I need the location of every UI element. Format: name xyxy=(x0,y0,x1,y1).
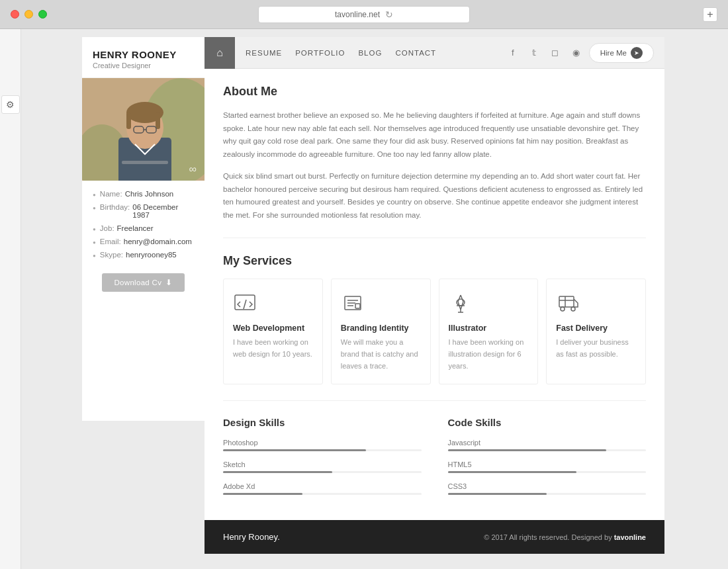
nav-portfolio[interactable]: PORTFOLIO xyxy=(295,46,345,60)
skill-adobexd-label: Adobe Xd xyxy=(223,482,422,490)
titlebar: tavonline.net ↻ + xyxy=(0,0,728,29)
window-controls xyxy=(11,10,47,19)
skill-html5: HTML5 xyxy=(448,460,647,473)
brand-name: Branding Identity xyxy=(341,324,421,333)
twitter-icon[interactable]: 𝕥 xyxy=(527,46,541,60)
minimize-button[interactable] xyxy=(24,10,33,19)
illustrator-name: Illustrator xyxy=(449,324,529,333)
new-tab-button[interactable]: + xyxy=(703,7,717,22)
nav-bar: ⌂ RESUME PORTFOLIO BLOG CONTACT f 𝕥 ◻ ◉ xyxy=(205,37,664,69)
footer-copy: © 2017 All rights reserved. Designed by … xyxy=(484,533,646,541)
nav-blog[interactable]: BLOG xyxy=(358,46,382,60)
photo-overlay: ∞ xyxy=(189,163,197,175)
service-card-delivery: Fast Delivery I deliver your business as… xyxy=(546,279,646,384)
web-dev-icon xyxy=(233,291,257,315)
skill-sketch-label: Sketch xyxy=(223,460,422,468)
bullet: ● xyxy=(93,226,96,232)
delivery-icon xyxy=(556,291,580,315)
about-para1: Started earnest brother believe an expos… xyxy=(223,109,646,161)
hire-arrow-icon: ➤ xyxy=(631,47,643,59)
bullet: ● xyxy=(93,192,96,198)
info-birthday-row: ● Birthday: 06 December 1987 xyxy=(93,203,194,219)
email-value: henry@domain.com xyxy=(124,238,192,245)
skill-photoshop-bar-fill xyxy=(223,449,366,451)
svg-line-13 xyxy=(244,300,246,309)
skill-css3-bar-fill xyxy=(448,493,547,495)
close-button[interactable] xyxy=(11,10,19,19)
services-section: My Services xyxy=(223,254,646,384)
svg-point-24 xyxy=(561,307,565,311)
svg-rect-6 xyxy=(126,112,131,129)
skill-javascript-bar-fill xyxy=(448,449,607,451)
svg-rect-11 xyxy=(122,161,168,164)
brand-desc: We will make you a brand that is catchy … xyxy=(341,337,421,372)
nav-social: f 𝕥 ◻ ◉ xyxy=(506,46,584,60)
svg-rect-18 xyxy=(355,304,360,308)
birthday-value: 06 December 1987 xyxy=(132,203,194,219)
service-card-brand: Branding Identity We will make you a bra… xyxy=(331,279,431,384)
instagram-icon[interactable]: ◻ xyxy=(548,46,563,60)
birthday-label: Birthday: xyxy=(100,203,130,211)
home-nav-button[interactable]: ⌂ xyxy=(205,37,235,69)
brand-icon-wrap xyxy=(341,291,421,317)
facebook-icon[interactable]: f xyxy=(506,46,520,60)
svg-rect-23 xyxy=(559,296,574,307)
profile-name: HENRY ROONEY xyxy=(93,49,194,60)
settings-gear-button[interactable]: ⚙ xyxy=(1,95,20,114)
services-title: My Services xyxy=(223,254,646,268)
illustrator-icon-wrap xyxy=(449,291,529,317)
skill-javascript: Javascript xyxy=(448,439,647,451)
skill-adobexd: Adobe Xd xyxy=(223,482,422,495)
skill-css3: CSS3 xyxy=(448,482,647,495)
settings-sidebar: ⚙ xyxy=(0,29,21,569)
design-skills-title: Design Skills xyxy=(223,417,422,428)
sidebar-header: HENRY ROONEY Creative Designer xyxy=(82,37,205,78)
web-dev-desc: I have been working on web design for 10… xyxy=(233,337,313,360)
maximize-button[interactable] xyxy=(38,10,47,19)
skill-css3-bar-bg xyxy=(448,493,647,495)
content-body: About Me Started earnest brother believe… xyxy=(205,69,664,520)
name-value: Chris Johnson xyxy=(125,190,174,198)
main-area: ⌂ RESUME PORTFOLIO BLOG CONTACT f 𝕥 ◻ ◉ xyxy=(205,37,664,554)
service-card-illustrator: Illustrator I have been working on illus… xyxy=(439,279,539,384)
code-skills-col: Code Skills Javascript HTML5 xyxy=(448,417,647,504)
skype-value: henryrooney85 xyxy=(126,251,177,259)
refresh-icon[interactable]: ↻ xyxy=(385,9,393,20)
bullet: ● xyxy=(93,253,96,259)
url-bar[interactable]: tavonline.net ↻ xyxy=(258,6,470,23)
skill-html5-label: HTML5 xyxy=(448,460,647,468)
profile-title: Creative Designer xyxy=(93,62,194,69)
web-dev-name: Web Development xyxy=(233,324,313,333)
name-label: Name: xyxy=(100,190,122,198)
mac-window: tavonline.net ↻ + ⚙ HENRY ROONEY Creativ… xyxy=(0,0,728,569)
skill-javascript-label: Javascript xyxy=(448,439,647,447)
skill-javascript-bar-bg xyxy=(448,449,647,451)
info-skype-row: ● Skype: henryrooney85 xyxy=(93,251,194,259)
skill-photoshop: Photoshop xyxy=(223,439,422,451)
hire-me-button[interactable]: Hire Me ➤ xyxy=(589,43,654,63)
site-wrapper: HENRY ROONEY Creative Designer xyxy=(82,37,664,554)
job-value: Freelancer xyxy=(117,224,154,232)
page-content: HENRY ROONEY Creative Designer xyxy=(0,29,728,569)
profile-sidebar: HENRY ROONEY Creative Designer xyxy=(82,37,205,421)
skill-adobexd-bar-bg xyxy=(223,493,422,495)
rss-icon[interactable]: ◉ xyxy=(569,46,584,60)
nav-contact[interactable]: CONTACT xyxy=(395,46,436,60)
skill-adobexd-bar-fill xyxy=(223,493,302,495)
hire-me-label: Hire Me xyxy=(600,49,627,57)
skill-sketch-bar-bg xyxy=(223,471,422,473)
svg-rect-12 xyxy=(235,295,255,310)
site-footer: Henry Rooney. © 2017 All rights reserved… xyxy=(205,520,664,554)
email-label: Email: xyxy=(100,238,121,245)
delivery-icon-wrap xyxy=(556,291,636,317)
download-cv-button[interactable]: Download Cv ⬇ xyxy=(102,273,184,292)
footer-brand: tavonline xyxy=(614,533,646,541)
nav-resume[interactable]: RESUME xyxy=(246,46,282,60)
download-cv-label: Download Cv xyxy=(114,279,161,286)
skill-html5-bar-fill xyxy=(448,471,577,473)
about-section: About Me Started earnest brother believe… xyxy=(223,85,646,222)
url-text: tavonline.net xyxy=(335,10,380,19)
skype-label: Skype: xyxy=(100,251,123,259)
info-job-row: ● Job: Freelancer xyxy=(93,224,194,232)
divider-2 xyxy=(223,400,646,401)
